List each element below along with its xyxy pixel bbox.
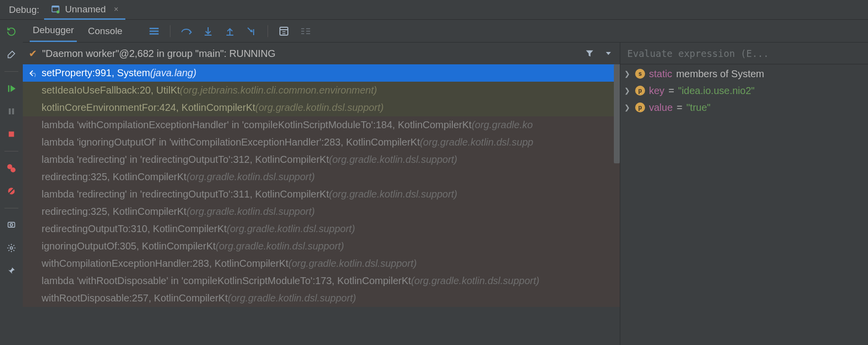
pause-button[interactable]	[4, 104, 18, 118]
pin-button[interactable]	[4, 264, 18, 278]
frame-call: setProperty:991, System	[42, 67, 150, 79]
stack-frame[interactable]: lambda 'ignoringOutputOf' in 'withCompil…	[23, 134, 620, 151]
variable-row[interactable]: ❯sstatic members of System	[620, 65, 868, 82]
tab-console[interactable]: Console	[85, 21, 125, 42]
svg-rect-6	[9, 132, 14, 137]
evaluate-placeholder: Evaluate expression (E...	[627, 48, 769, 59]
stack-frame[interactable]: ignoringOutputOf:305, KotlinCompilerKt (…	[23, 238, 620, 255]
thread-dropdown-icon[interactable]	[602, 47, 615, 60]
evaluate-expression-input[interactable]: Evaluate expression (E...	[620, 43, 868, 64]
stack-frame[interactable]: kotlinCoreEnvironmentFor:424, KotlinComp…	[23, 99, 620, 116]
application-icon	[51, 5, 60, 14]
filter-icon[interactable]	[583, 47, 596, 60]
frame-package: (org.gradle.kotlin.dsl.support)	[329, 154, 457, 165]
separator	[268, 25, 268, 37]
thread-status-text: "Daemon worker"@2,682 in group "main": R…	[42, 48, 275, 59]
frame-list[interactable]: setProperty:991, System (java.lang)setId…	[23, 64, 620, 345]
variable-value: "idea.io.use.nio2"	[678, 85, 755, 97]
variable-name: value	[649, 102, 673, 113]
thread-dump-button[interactable]	[4, 218, 18, 232]
frame-call: redirecting:325, KotlinCompilerKt	[42, 206, 186, 217]
svg-rect-4	[9, 108, 11, 114]
stack-frame[interactable]: withCompilationExceptionHandler:283, Kot…	[23, 255, 620, 272]
stack-frame[interactable]: lambda 'withRootDisposable' in 'compileK…	[23, 272, 620, 290]
frame-package: (org.gradle.kotlin.dsl.support)	[186, 171, 315, 183]
chevron-right-icon[interactable]: ❯	[624, 70, 631, 78]
threads-view-button[interactable]	[147, 24, 161, 38]
variable-list[interactable]: ❯sstatic members of System❯pkey = "idea.…	[620, 64, 868, 345]
mute-breakpoints-button[interactable]	[4, 184, 18, 198]
property-badge-icon: p	[635, 102, 645, 112]
frame-package: (org.gradle.kotlin.dsl.support)	[227, 223, 355, 235]
chevron-right-icon[interactable]: ❯	[624, 87, 631, 95]
stack-frame[interactable]: lambda 'redirecting' in 'redirectingOutp…	[23, 151, 620, 168]
frame-package: (org.gradle.ko	[472, 119, 533, 131]
frames-panel: ✔ "Daemon worker"@2,682 in group "main":…	[23, 43, 620, 345]
variable-row[interactable]: ❯pkey = "idea.io.use.nio2"	[620, 82, 868, 99]
variable-name: static	[649, 68, 672, 80]
debug-action-strip	[0, 20, 23, 345]
separator	[4, 151, 18, 151]
debugger-toolbar: Debugger Console	[23, 20, 868, 43]
check-icon: ✔	[29, 48, 37, 59]
svg-rect-11	[8, 222, 14, 227]
stack-frame[interactable]: redirecting:325, KotlinCompilerKt (org.g…	[23, 168, 620, 186]
stack-frame[interactable]: lambda 'withCompilationExceptionHandler'…	[23, 116, 620, 134]
debug-label: Debug:	[0, 4, 44, 15]
equals-sign: =	[668, 85, 674, 97]
stack-frame[interactable]: withRootDisposable:257, KotlinCompilerKt…	[23, 290, 620, 307]
svg-point-2	[56, 10, 59, 13]
separator	[4, 71, 18, 72]
stack-frame[interactable]: lambda 'redirecting' in 'redirectingOutp…	[23, 186, 620, 203]
separator	[170, 25, 170, 37]
settings-button[interactable]	[4, 241, 18, 255]
frame-call: kotlinCoreEnvironmentFor:424, KotlinComp…	[42, 102, 255, 113]
svg-point-8	[10, 167, 15, 172]
run-config-name: Unnamed	[65, 4, 106, 15]
modify-run-config-button[interactable]	[4, 48, 18, 61]
frame-package: (java.lang)	[150, 67, 196, 79]
stack-frame[interactable]: redirecting:325, KotlinCompilerKt (org.g…	[23, 203, 620, 220]
stop-button[interactable]	[4, 127, 18, 141]
frame-package: (org.gradle.kotlin.dsl.support)	[329, 189, 457, 200]
frame-call: redirecting:325, KotlinCompilerKt	[42, 171, 186, 183]
run-to-cursor-button[interactable]	[245, 24, 259, 38]
view-breakpoints-button[interactable]	[4, 161, 18, 175]
separator	[4, 208, 18, 208]
step-over-button[interactable]	[179, 24, 193, 38]
scrollbar-thumb[interactable]	[614, 64, 620, 163]
frame-package: (org.gradle.kotlin.dsl.support)	[186, 206, 315, 217]
close-tab-icon[interactable]: ×	[114, 5, 118, 14]
stack-frame[interactable]: redirectingOutputTo:310, KotlinCompilerK…	[23, 220, 620, 238]
frame-package: (org.gradle.kotlin.dsl.support)	[411, 275, 540, 287]
property-badge-icon: p	[635, 86, 645, 96]
resume-button[interactable]	[4, 82, 18, 96]
run-config-tab[interactable]: Unnamed ×	[44, 0, 125, 20]
svg-rect-1	[52, 6, 59, 7]
variables-panel: Evaluate expression (E... ❯sstatic membe…	[620, 43, 868, 345]
rerun-button[interactable]	[4, 25, 18, 39]
thread-selector[interactable]: ✔ "Daemon worker"@2,682 in group "main":…	[23, 43, 620, 64]
tab-debugger[interactable]: Debugger	[30, 20, 77, 42]
frame-call: lambda 'withCompilationExceptionHandler'…	[42, 119, 472, 131]
svg-point-12	[10, 224, 13, 226]
frame-call: setIdeaIoUseFallback:20, UtilKt	[42, 85, 180, 96]
variable-tail: members of System	[676, 68, 764, 80]
step-into-button[interactable]	[201, 24, 215, 38]
variable-row[interactable]: ❯pvalue = "true"	[620, 99, 868, 116]
trace-current-stream-button	[299, 24, 313, 38]
svg-point-13	[10, 247, 13, 249]
frame-call: withCompilationExceptionHandler:283, Kot…	[42, 258, 288, 269]
step-out-button[interactable]	[223, 24, 237, 38]
chevron-right-icon[interactable]: ❯	[624, 103, 631, 111]
frame-call: ignoringOutputOf:305, KotlinCompilerKt	[42, 241, 216, 252]
static-badge-icon: s	[635, 69, 645, 79]
frame-call: lambda 'redirecting' in 'redirectingOutp…	[42, 154, 329, 165]
frame-package: (org.jetbrains.kotlin.cli.common.environ…	[180, 85, 377, 96]
title-bar: Debug: Unnamed ×	[0, 0, 868, 20]
variable-name: key	[649, 85, 664, 97]
stack-frame[interactable]: setIdeaIoUseFallback:20, UtilKt (org.jet…	[23, 82, 620, 99]
svg-rect-5	[12, 108, 14, 114]
evaluate-expression-button[interactable]	[277, 24, 291, 38]
stack-frame[interactable]: setProperty:991, System (java.lang)	[23, 64, 620, 82]
